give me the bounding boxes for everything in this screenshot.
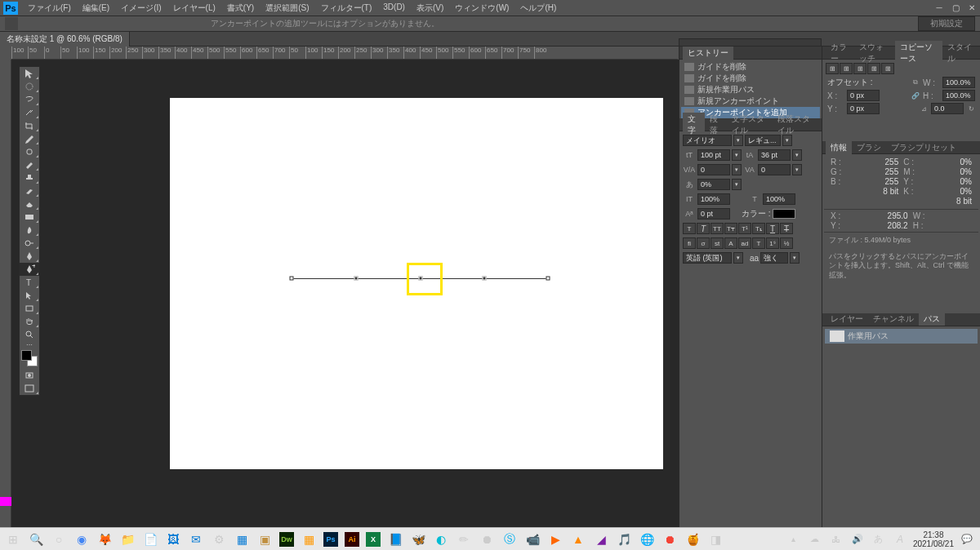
app-icon[interactable]: 📘: [387, 531, 403, 548]
strike-button[interactable]: T: [780, 223, 793, 234]
start-button[interactable]: ⊞: [5, 531, 21, 548]
network-icon[interactable]: 🖧: [828, 531, 844, 548]
h-scale[interactable]: [763, 193, 795, 205]
clone-src-1[interactable]: ⊞: [826, 63, 839, 74]
app-icon[interactable]: 🌐: [639, 531, 655, 548]
tab-paths[interactable]: パス: [919, 313, 945, 326]
history-item[interactable]: 新規作業用パス: [681, 84, 820, 95]
obs-icon[interactable]: ⏺: [479, 531, 495, 548]
edit-toolbar[interactable]: ⋯: [20, 341, 39, 348]
anchor-point[interactable]: [419, 277, 423, 281]
tool-preset-icon[interactable]: [5, 17, 18, 30]
tsume[interactable]: [697, 179, 730, 190]
link-icon[interactable]: ⧉: [911, 78, 920, 86]
ruler-horizontal[interactable]: 100 50 0 50 100 150 200 250 300 350 400 …: [11, 47, 678, 60]
tab-charstyle[interactable]: 文字スタイル: [727, 113, 773, 137]
smallcaps-button[interactable]: Tᴛ: [724, 223, 737, 234]
v-scale[interactable]: [697, 193, 730, 205]
explorer-icon[interactable]: 📁: [119, 531, 136, 548]
menu-window[interactable]: ウィンドウ(W): [450, 1, 514, 16]
volume-icon[interactable]: 🔊: [849, 531, 866, 548]
color-swatches[interactable]: [21, 350, 38, 366]
brush-tool[interactable]: [20, 158, 39, 171]
app-icon[interactable]: ▣: [256, 531, 273, 548]
crop-tool[interactable]: [20, 119, 39, 132]
taskbar-clock[interactable]: 21:38 2021/08/21: [913, 530, 954, 548]
type-tool[interactable]: T: [20, 276, 39, 289]
dodge-tool[interactable]: [20, 237, 39, 250]
lasso-tool[interactable]: [20, 93, 39, 106]
tab-swatch[interactable]: スウォッチ: [854, 41, 895, 65]
canvas-area[interactable]: [11, 60, 679, 543]
superscript-button[interactable]: T¹: [738, 223, 751, 234]
allcaps-button[interactable]: TT: [710, 223, 724, 234]
tab-layers[interactable]: レイヤー: [826, 313, 868, 326]
subscript-button[interactable]: T₁: [752, 223, 765, 234]
menu-layer[interactable]: レイヤー(L): [168, 1, 220, 16]
dropdown-icon[interactable]: ▾: [732, 149, 742, 161]
ruler-vertical[interactable]: [0, 60, 11, 550]
clone-src-5[interactable]: ⊞: [881, 63, 894, 74]
menu-image[interactable]: イメージ(I): [116, 1, 166, 16]
onedrive-icon[interactable]: ☁: [807, 531, 823, 548]
history-item[interactable]: ガイドを削除: [681, 73, 820, 84]
notification-icon[interactable]: 💬: [959, 531, 975, 548]
firefox-icon[interactable]: 🦊: [96, 531, 113, 548]
tab-char[interactable]: 文字: [683, 113, 705, 137]
eraser-tool[interactable]: [20, 197, 39, 211]
angle-field[interactable]: [931, 103, 964, 114]
ot-T[interactable]: T: [752, 237, 765, 249]
w-field[interactable]: [942, 77, 975, 88]
clone-src-4[interactable]: ⊞: [867, 63, 880, 74]
document-canvas[interactable]: [170, 98, 663, 469]
minimize-button[interactable]: ─: [931, 2, 947, 15]
menu-file[interactable]: ファイル(F): [23, 1, 76, 16]
language[interactable]: [683, 252, 732, 264]
clone-src-2[interactable]: ⊞: [840, 63, 853, 74]
tab-color[interactable]: カラー: [826, 41, 854, 65]
y-field[interactable]: [847, 103, 880, 114]
tab-style[interactable]: スタイル: [942, 41, 977, 65]
history-brush-tool[interactable]: [20, 184, 39, 197]
doc-tab[interactable]: 名称未設定 1 @ 60.6% (RGB/8): [0, 32, 130, 47]
stamp-tool[interactable]: [20, 171, 39, 184]
vlc-icon[interactable]: ▲: [570, 531, 586, 548]
healing-tool[interactable]: [20, 145, 39, 158]
font-size[interactable]: [697, 149, 730, 161]
ot-st[interactable]: st: [710, 237, 724, 249]
dropdown-icon[interactable]: ▾: [790, 252, 800, 264]
path-select-tool[interactable]: [20, 289, 39, 302]
anchor-point[interactable]: [546, 277, 550, 281]
tracking[interactable]: [758, 164, 791, 175]
bold-button[interactable]: T: [683, 223, 696, 234]
kerning[interactable]: [697, 164, 730, 175]
panel-collapse-bar[interactable]: [679, 38, 822, 47]
tab-clone[interactable]: コピーソース: [895, 41, 942, 65]
path-item[interactable]: 作業用パス: [825, 329, 978, 344]
app-icon[interactable]: 🍯: [684, 531, 701, 548]
ime-icon[interactable]: あ: [871, 531, 887, 548]
app-icon[interactable]: ◢: [593, 531, 609, 548]
hand-tool[interactable]: [20, 315, 39, 328]
wand-tool[interactable]: [20, 106, 39, 119]
sublime-icon[interactable]: ▦: [301, 531, 317, 548]
dropdown-icon[interactable]: ▾: [732, 179, 742, 190]
dreamweaver-icon[interactable]: Dw: [279, 532, 294, 547]
quickmask-toggle[interactable]: [20, 369, 39, 382]
pen-tool[interactable]: [20, 250, 39, 263]
menu-view[interactable]: 表示(V): [412, 1, 448, 16]
rectangle-tool[interactable]: [20, 302, 39, 315]
photoshop-icon[interactable]: Ps: [323, 532, 338, 547]
blur-tool[interactable]: [20, 224, 39, 237]
dropdown-icon[interactable]: ▾: [792, 164, 802, 175]
dropdown-icon[interactable]: ▾: [732, 164, 742, 175]
tray-up-icon[interactable]: ▴: [786, 531, 802, 548]
history-item[interactable]: 新規アンカーポイント: [681, 95, 820, 107]
anchor-point[interactable]: [290, 277, 294, 281]
notepad-icon[interactable]: 📄: [142, 531, 158, 548]
dropdown-icon[interactable]: ▾: [733, 135, 743, 146]
skype-icon[interactable]: Ⓢ: [501, 531, 518, 548]
chrome-icon[interactable]: ◉: [74, 531, 90, 548]
menu-type[interactable]: 書式(Y): [222, 1, 259, 16]
clone-src-3[interactable]: ⊞: [853, 63, 866, 74]
